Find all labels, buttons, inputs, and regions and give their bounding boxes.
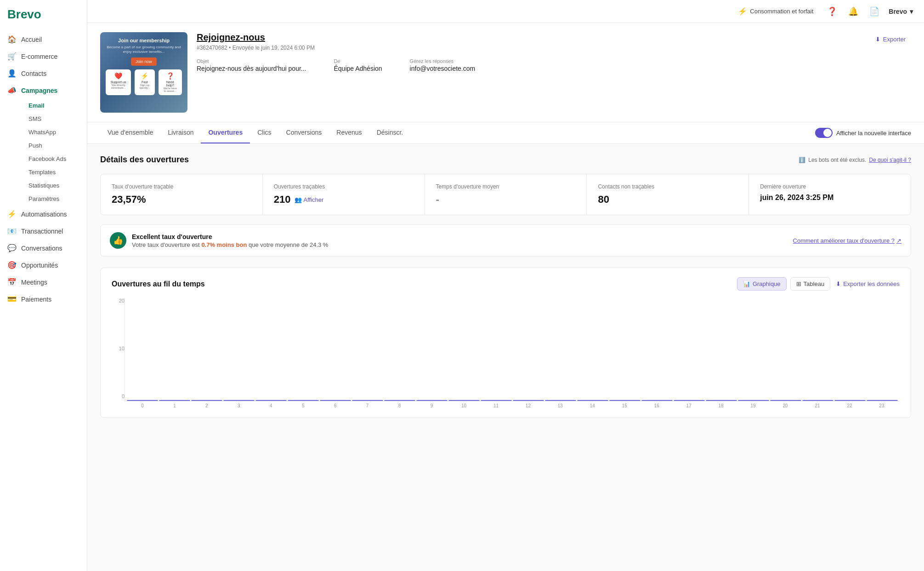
improve-link[interactable]: Comment améliorer taux d'ouverture ? ↗ — [793, 237, 901, 244]
contacts-icon: 👤 — [7, 69, 17, 78]
topbar: ⚡ Consommation et forfait ❓ 🔔 📄 Brevo ▾ — [87, 0, 924, 23]
x-label: 9 — [416, 403, 448, 408]
bar — [609, 400, 641, 401]
chart-section: Ouvertures au fil du temps 📊 Graphique ⊞… — [100, 268, 911, 418]
campaign-title: Rejoignez-nous — [197, 32, 861, 43]
bar — [834, 400, 866, 401]
bar — [288, 400, 319, 401]
bar-col — [255, 400, 287, 401]
campaign-field-objet: Objet Rejoignez-nous dès aujourd'hui pou… — [197, 58, 306, 72]
stats-grid: Taux d'ouverture traçable 23,57% Ouvertu… — [100, 174, 911, 215]
x-label: 10 — [448, 403, 480, 408]
stat-ouvertures-tracables: Ouvertures traçables 210 👥 Afficher — [263, 174, 425, 215]
tab-vue-ensemble[interactable]: Vue d'ensemble — [100, 122, 160, 143]
bar — [706, 400, 737, 401]
tableau-button[interactable]: ⊞ Tableau — [790, 277, 831, 291]
x-label: 15 — [608, 403, 641, 408]
bots-link[interactable]: De quoi s'agit-il ? — [869, 157, 911, 163]
new-interface-toggle[interactable] — [815, 128, 833, 138]
x-label: 14 — [576, 403, 608, 408]
tab-livraison[interactable]: Livraison — [160, 122, 201, 143]
x-label: 2 — [191, 403, 223, 408]
bar — [159, 400, 190, 401]
bar — [641, 400, 673, 401]
download-icon: ⬇ — [875, 36, 880, 43]
sidebar-item-ecommerce[interactable]: 🛒 E-commerce — [0, 48, 87, 65]
bar-col — [288, 400, 319, 401]
sidebar-item-transactionnel[interactable]: 📧 Transactionnel — [0, 223, 87, 240]
main-content: ⚡ Consommation et forfait ❓ 🔔 📄 Brevo ▾ … — [87, 0, 924, 571]
bar — [867, 400, 898, 401]
sidebar-item-templates[interactable]: Templates — [21, 166, 87, 179]
campaign-meta: #362470682 • Envoyée le juin 19, 2024 6:… — [197, 45, 861, 51]
sidebar-item-contacts[interactable]: 👤 Contacts — [0, 65, 87, 82]
bar-col — [352, 400, 383, 401]
sidebar-item-accueil[interactable]: 🏠 Accueil — [0, 31, 87, 48]
tab-clics[interactable]: Clics — [250, 122, 278, 143]
sidebar-item-meetings[interactable]: 📅 Meetings — [0, 274, 87, 291]
sidebar-item-automatisations[interactable]: ⚡ Automatisations — [0, 206, 87, 223]
tab-conversions[interactable]: Conversions — [279, 122, 329, 143]
opportunites-icon: 🎯 — [7, 261, 17, 269]
sidebar-item-campagnes[interactable]: 📣 Campagnes — [0, 82, 87, 99]
sidebar-item-paiements[interactable]: 💳 Paiements — [0, 291, 87, 308]
chevron-down-icon: ▾ — [910, 8, 913, 15]
table-icon: ⊞ — [796, 280, 801, 287]
campagnes-icon: 📣 — [7, 86, 17, 95]
y-label: 10 — [112, 346, 125, 351]
afficher-button[interactable]: 👥 Afficher — [295, 196, 324, 203]
document-icon[interactable]: 📄 — [867, 5, 881, 18]
x-label: 6 — [319, 403, 351, 408]
tab-revenus[interactable]: Revenus — [329, 122, 369, 143]
bar-col — [738, 400, 769, 401]
bar-col — [159, 400, 190, 401]
bar-chart-icon: 📊 — [743, 280, 750, 287]
campaign-image: Join our membership Become a part of our… — [100, 32, 187, 113]
sidebar-item-conversations[interactable]: 💬 Conversations — [0, 240, 87, 257]
x-label: 13 — [544, 403, 576, 408]
conversations-icon: 💬 — [7, 244, 17, 252]
x-label: 5 — [287, 403, 319, 408]
tab-ouvertures[interactable]: Ouvertures — [201, 122, 250, 143]
bar — [674, 400, 705, 401]
excellence-banner: 👍 Excellent taux d'ouverture Votre taux … — [100, 224, 911, 257]
x-label: 11 — [480, 403, 512, 408]
bar — [191, 400, 222, 401]
transactionnel-icon: 📧 — [7, 227, 17, 235]
info-icon: ℹ️ — [799, 157, 805, 163]
x-label: 20 — [769, 403, 801, 408]
sidebar-item-whatsapp[interactable]: WhatsApp — [21, 126, 87, 139]
brand-menu[interactable]: Brevo ▾ — [889, 8, 913, 15]
bar — [577, 400, 608, 401]
sidebar-item-sms[interactable]: SMS — [21, 112, 87, 126]
bar — [127, 400, 158, 401]
graphique-button[interactable]: 📊 Graphique — [737, 277, 787, 291]
sidebar-item-push[interactable]: Push — [21, 139, 87, 152]
section-header: Détails des ouvertures ℹ️ Les bots ont é… — [100, 155, 911, 165]
x-label: 7 — [351, 403, 384, 408]
bar-col — [641, 400, 673, 401]
sidebar-item-opportunites[interactable]: 🎯 Opportunités — [0, 257, 87, 274]
bar — [384, 400, 415, 401]
consommation-button[interactable]: ⚡ Consommation et forfait — [733, 4, 818, 18]
sidebar-item-parametres[interactable]: Paramètres — [21, 192, 87, 206]
bar-col — [320, 400, 351, 401]
tab-desincr[interactable]: Désinscr. — [369, 122, 411, 143]
export-data-button[interactable]: ⬇ Exporter les données — [836, 280, 900, 287]
help-icon[interactable]: ❓ — [825, 5, 839, 18]
stat-derniere-ouverture: Dernière ouverture juin 26, 2024 3:25 PM — [749, 174, 911, 215]
bell-icon[interactable]: 🔔 — [846, 5, 860, 18]
stat-contacts-non-tracables: Contacts non traçables 80 — [587, 174, 749, 215]
campaign-tabs: Vue d'ensemble Livraison Ouvertures Clic… — [87, 122, 924, 144]
campaign-field-reponses: Gérez les réponses info@votresociete.com — [410, 58, 476, 72]
download-icon: ⬇ — [836, 280, 841, 287]
bar — [802, 400, 833, 401]
export-button[interactable]: ⬇ Exporter — [870, 32, 911, 46]
sidebar-item-facebook-ads[interactable]: Facebook Ads — [21, 152, 87, 166]
x-label: 3 — [223, 403, 255, 408]
bar-col — [416, 400, 448, 401]
chart-area: 20100 0123456789101112131415161718192021… — [112, 298, 900, 408]
sidebar: Brevo 🏠 Accueil 🛒 E-commerce 👤 Contacts … — [0, 0, 87, 571]
sidebar-item-email[interactable]: Email — [21, 99, 87, 112]
sidebar-item-statistiques[interactable]: Statistiques — [21, 179, 87, 192]
